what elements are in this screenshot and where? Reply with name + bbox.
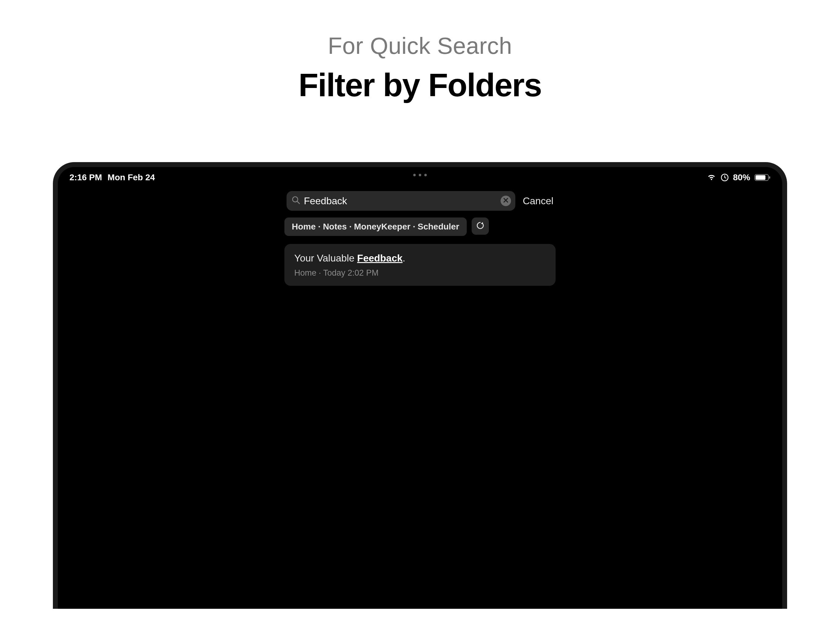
headline-title: Filter by Folders: [298, 66, 542, 104]
result-title: Your Valuable Feedback.: [294, 253, 546, 264]
svg-point-4: [293, 197, 298, 202]
result-title-prefix: Your Valuable: [294, 253, 357, 264]
status-bar: 2:16 PM Mon Feb 24 80%: [58, 167, 782, 182]
status-time: 2:16 PM: [69, 173, 102, 182]
device-frame: 2:16 PM Mon Feb 24 80%: [53, 162, 787, 609]
clear-search-button[interactable]: [501, 196, 511, 206]
folder-filter-chip[interactable]: Home · Notes · MoneyKeeper · Scheduler: [284, 217, 467, 236]
multitask-dots-icon[interactable]: [413, 174, 427, 176]
search-input[interactable]: [304, 195, 501, 207]
battery-icon: [755, 174, 771, 182]
headline-subtitle: For Quick Search: [298, 32, 542, 59]
search-icon: [292, 196, 301, 206]
search-field[interactable]: [287, 191, 515, 211]
result-title-suffix: .: [403, 253, 405, 264]
wifi-icon: [707, 174, 717, 181]
svg-rect-3: [769, 176, 770, 179]
refresh-filter-button[interactable]: [472, 217, 489, 235]
svg-rect-2: [756, 175, 766, 180]
folder-filter-label: Home · Notes · MoneyKeeper · Scheduler: [292, 222, 459, 231]
status-date: Mon Feb 24: [107, 173, 155, 182]
result-meta: Home · Today 2:02 PM: [294, 268, 546, 278]
battery-percent: 80%: [733, 173, 750, 182]
close-icon: [503, 198, 508, 204]
refresh-icon: [476, 221, 485, 231]
cancel-button[interactable]: Cancel: [523, 195, 553, 207]
svg-line-5: [297, 201, 300, 204]
rotation-lock-icon: [721, 174, 729, 182]
result-title-match: Feedback: [357, 253, 403, 264]
search-result-item[interactable]: Your Valuable Feedback. Home · Today 2:0…: [284, 244, 556, 286]
